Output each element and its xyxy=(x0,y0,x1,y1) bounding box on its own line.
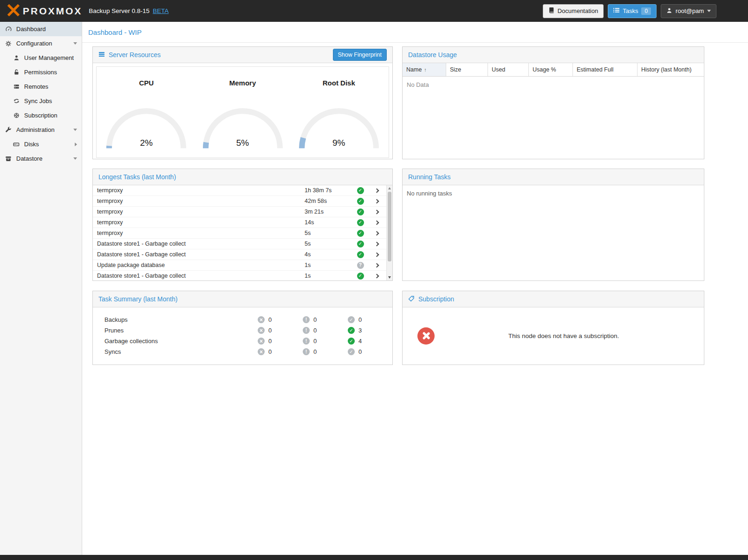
chevron-right-icon xyxy=(375,252,379,257)
column-header-name[interactable]: Name ↑ xyxy=(403,63,446,77)
topbar: PROXMOX Backup Server 0.8-15 BETA Docume… xyxy=(0,0,748,22)
ok-status-icon xyxy=(348,327,355,334)
tasks-list-icon xyxy=(613,7,619,14)
sidebar-item-dashboard[interactable]: Dashboard xyxy=(0,22,82,36)
task-open-button[interactable] xyxy=(369,200,386,203)
running-tasks-panel: Running Tasks No running tasks xyxy=(402,169,704,281)
column-header-used[interactable]: Used xyxy=(488,63,529,77)
panel-header: Server Resources Show Fingerprint xyxy=(93,47,392,63)
task-summary-panel: Task Summary (last Month) Backups 0 0 0 … xyxy=(92,291,393,365)
summary-row[interactable]: Backups 0 0 0 xyxy=(93,314,392,325)
task-open-button[interactable] xyxy=(369,189,386,192)
task-status-icon xyxy=(357,208,364,215)
sidebar-item-user-management[interactable]: User Management xyxy=(0,51,82,65)
task-status-icon xyxy=(357,251,364,258)
sidebar-item-label: User Management xyxy=(24,54,74,61)
sidebar: Dashboard Configuration User Management xyxy=(0,22,82,555)
user-menu-button[interactable]: root@pam xyxy=(661,4,716,18)
no-data-text: No Data xyxy=(403,77,704,93)
user-icon xyxy=(13,55,20,61)
dashboard-icon xyxy=(5,26,12,33)
column-header-history[interactable]: History (last Month) xyxy=(637,63,704,77)
cpu-gauge: CPU 2% xyxy=(100,79,193,150)
sidebar-item-sync-jobs[interactable]: Sync Jobs xyxy=(0,94,82,108)
task-row[interactable]: termproxy 42m 58s xyxy=(93,196,386,207)
summary-row[interactable]: Syncs 0 0 0 xyxy=(93,346,392,357)
user-label: root@pam xyxy=(676,7,704,14)
error-status-icon xyxy=(258,338,265,345)
task-row[interactable]: Datastore store1 - Garbage collect 4s xyxy=(93,249,386,260)
sidebar-item-remotes[interactable]: Remotes xyxy=(0,79,82,94)
caret-down-icon xyxy=(707,10,711,12)
expand-arrow-icon[interactable] xyxy=(75,143,77,146)
sidebar-item-permissions[interactable]: Permissions xyxy=(0,65,82,79)
column-header-usage-pct[interactable]: Usage % xyxy=(529,63,573,77)
expand-arrow-icon[interactable] xyxy=(73,129,77,131)
chevron-right-icon xyxy=(375,273,379,278)
summary-row[interactable]: Garbage collections 0 0 4 xyxy=(93,336,392,346)
root-disk-gauge: Root Disk 9% xyxy=(293,79,385,150)
sidebar-item-disks[interactable]: Disks xyxy=(0,137,82,151)
sidebar-item-subscription[interactable]: Subscription xyxy=(0,108,82,123)
expand-arrow-icon[interactable] xyxy=(73,157,77,160)
task-status-icon xyxy=(357,241,364,247)
scrollbar-thumb[interactable] xyxy=(388,192,391,261)
tasks-scrollbar[interactable] xyxy=(386,185,392,280)
task-row[interactable]: Datastore store1 - Garbage collect 5s xyxy=(93,239,386,249)
panel-title: Subscription xyxy=(418,295,454,303)
chevron-right-icon xyxy=(375,188,379,193)
task-status-icon xyxy=(357,198,364,205)
warning-status-icon xyxy=(303,327,310,334)
sidebar-item-label: Dashboard xyxy=(16,26,46,33)
main-content: Dashboard - WIP Server Resources Show Fi… xyxy=(82,22,748,555)
task-open-button[interactable] xyxy=(369,242,386,246)
chevron-right-icon xyxy=(375,199,379,203)
summary-row[interactable]: Prunes 0 0 3 xyxy=(93,325,392,336)
sidebar-item-administration[interactable]: Administration xyxy=(0,123,82,137)
error-status-icon xyxy=(258,327,265,334)
chevron-right-icon xyxy=(375,231,379,235)
task-open-button[interactable] xyxy=(369,232,386,235)
task-open-button[interactable] xyxy=(369,253,386,256)
task-open-button[interactable] xyxy=(369,210,386,214)
scroll-down-icon[interactable] xyxy=(388,276,391,279)
show-fingerprint-button[interactable]: Show Fingerprint xyxy=(333,49,387,61)
ok-status-icon xyxy=(348,338,355,345)
task-row[interactable]: termproxy 5s xyxy=(93,228,386,239)
sidebar-item-configuration[interactable]: Configuration xyxy=(0,36,82,51)
task-open-button[interactable] xyxy=(369,274,386,278)
column-header-estimated-full[interactable]: Estimated Full xyxy=(573,63,637,77)
tasks-button[interactable]: Tasks 0 xyxy=(608,4,657,18)
scroll-up-icon[interactable] xyxy=(388,187,391,189)
sidebar-item-datastore[interactable]: Datastore xyxy=(0,151,82,166)
proxmox-x-icon xyxy=(7,4,20,18)
archive-icon xyxy=(5,156,12,162)
datastore-usage-panel: Datastore Usage Name ↑ Size Used Usage %… xyxy=(402,46,704,159)
proxmox-logo: PROXMOX xyxy=(7,4,82,18)
documentation-button[interactable]: Documentation xyxy=(543,4,604,18)
hdd-icon xyxy=(13,141,20,148)
task-row[interactable]: termproxy 1h 38m 7s xyxy=(93,185,386,196)
task-row[interactable]: Datastore store1 - Garbage collect 1s xyxy=(93,271,386,280)
warning-status-icon xyxy=(303,348,310,355)
task-row[interactable]: Update package database 1s xyxy=(93,260,386,271)
gauge-label: Root Disk xyxy=(293,79,385,87)
panel-title: Longest Tasks (last Month) xyxy=(98,173,176,181)
warning-status-icon xyxy=(303,316,310,323)
no-running-tasks-text: No running tasks xyxy=(403,185,704,202)
panel-title: Running Tasks xyxy=(408,173,451,181)
tasks-list: termproxy 1h 38m 7s termproxy 42m 58s te… xyxy=(93,185,392,280)
task-status-icon xyxy=(357,219,364,226)
task-status-icon xyxy=(357,230,364,237)
sync-icon xyxy=(13,98,20,104)
beta-link[interactable]: BETA xyxy=(153,7,169,14)
task-row[interactable]: termproxy 14s xyxy=(93,217,386,228)
logo-text: PROXMOX xyxy=(23,6,82,17)
expand-arrow-icon[interactable] xyxy=(73,42,77,45)
task-row[interactable]: termproxy 3m 21s xyxy=(93,207,386,217)
ok-status-icon xyxy=(348,316,355,323)
task-open-button[interactable] xyxy=(369,264,386,267)
task-open-button[interactable] xyxy=(369,221,386,224)
column-header-size[interactable]: Size xyxy=(446,63,488,77)
sidebar-item-label: Disks xyxy=(24,141,39,148)
